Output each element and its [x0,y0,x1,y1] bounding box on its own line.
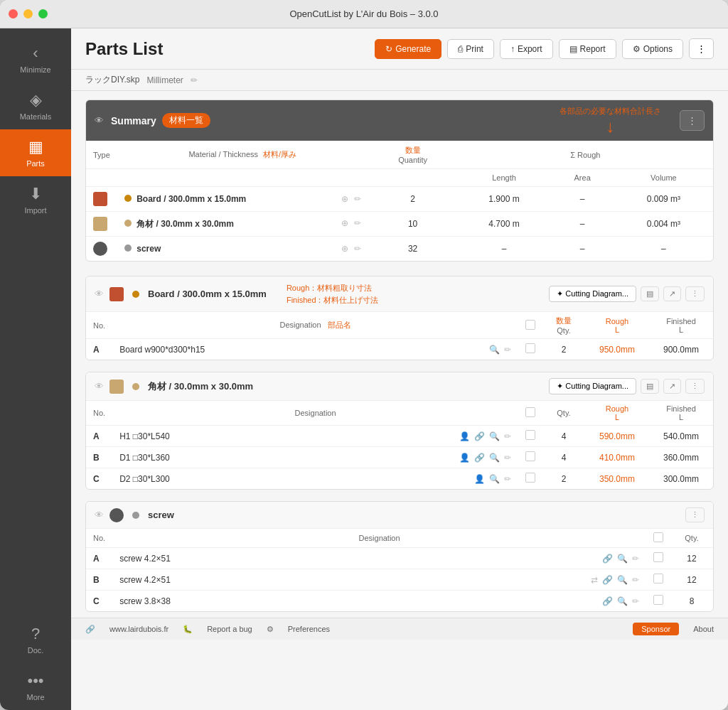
options-button[interactable]: ⚙ Options [622,39,683,59]
edit-icon-a-l[interactable]: ✏ [504,431,511,441]
material-name-cell-2: screw ⊕ ✏ [117,237,368,262]
generate-button[interactable]: ↻ Generate [375,39,441,59]
person-icon-a[interactable]: 👤 [459,431,470,441]
visibility-toggle-lumber[interactable]: 👁 [95,381,104,392]
th-qty-screw: Qty. [670,529,713,548]
more-options-button[interactable]: ⋮ [689,38,714,59]
link-icon-b[interactable]: 🔗 [474,453,485,463]
finished-a-lumber: 540.0mm [649,426,713,447]
person-icon-b[interactable]: 👤 [459,453,470,463]
sidebar-item-more[interactable]: ••• More [0,663,71,710]
export-button[interactable]: ↑ Export [500,39,553,59]
cutting-diagram-button-lumber[interactable]: ✦ Cutting Diagram... [549,378,636,394]
search-icon-screw-a[interactable]: 🔍 [617,554,628,564]
options-label: Options [643,44,673,54]
sidebar-label-more: More [26,693,44,701]
screw-more-button[interactable]: ⋮ [685,507,705,522]
checkbox-a-board[interactable] [518,339,542,360]
copy-icon-1[interactable]: ⊕ [341,218,348,228]
qty-b-screw: 12 [670,569,713,591]
search-icon-screw-c[interactable]: 🔍 [617,596,628,606]
edit-unit-icon[interactable]: ✏ [191,75,198,85]
search-icon-c-l[interactable]: 🔍 [489,474,500,484]
screw-row-a: A screw 4.2×51 🔗 🔍 ✏ 12 [86,548,713,569]
edit-icon-screw-a[interactable]: ✏ [632,554,639,564]
row-no-b-screw: B [86,569,112,591]
sidebar-label-minimize: Minimize [20,65,50,74]
sidebar-item-doc[interactable]: ? Doc. [0,616,71,663]
link-icon-screw-b[interactable]: 🔗 [602,575,613,585]
visibility-toggle-screw[interactable]: 👁 [95,510,104,520]
summary-table: Type Material / Thickness 材料/厚み 数量 Quant… [86,141,713,261]
board-view-button[interactable]: ▤ [641,286,659,301]
screw-row-c: C screw 3.8×38 🔗 🔍 ✏ 8 [86,591,713,612]
th-type: Type [86,141,117,169]
minimize-button[interactable] [23,9,33,18]
checkbox-a-screw[interactable] [646,548,670,569]
row-no-b-lumber: B [86,447,112,468]
edit-icon[interactable]: ✏ [354,194,361,204]
summary-more-button[interactable]: ⋮ [680,110,705,131]
checkbox-a-lumber[interactable] [518,426,542,447]
edit-icon-screw-c[interactable]: ✏ [632,596,639,606]
sidebar-item-minimize[interactable]: ‹ Minimize [0,36,71,82]
arrows-icon-screw-b[interactable]: ⇄ [591,575,598,585]
material-name-cell: Board / 300.0mm x 15.0mm ⊕ ✏ [117,187,368,212]
sidebar-item-import[interactable]: ⬇ Import [0,176,71,223]
summary-title: Summary [111,115,156,127]
link-icon-screw-c[interactable]: 🔗 [602,596,613,606]
lumber-view-button[interactable]: ▤ [641,379,659,394]
edit-icon-2[interactable]: ✏ [354,244,361,254]
print-button[interactable]: ⎙ Print [447,39,494,59]
screw-row-b: B screw 4.2×51 ⇄ 🔗 🔍 ✏ [86,569,713,591]
search-icon-screw-b[interactable]: 🔍 [617,575,628,585]
screw-section: 👁 screw ⋮ No. Designation Qty. [85,501,714,612]
preferences-link[interactable]: Preferences [288,625,330,633]
cutting-diagram-button-board[interactable]: ✦ Cutting Diagram... [549,286,636,302]
link-icon-screw-a[interactable]: 🔗 [602,554,613,564]
sidebar-item-materials[interactable]: ◈ Materials [0,82,71,129]
close-button[interactable] [9,9,18,18]
th-no-board: No. [86,312,112,339]
website-link[interactable]: www.lairdubois.fr [109,625,168,633]
edit-icon-screw-b[interactable]: ✏ [632,575,639,585]
link-icon-a[interactable]: 🔗 [474,431,485,441]
sidebar-item-parts[interactable]: ▦ Parts [0,129,71,176]
board-more-button[interactable]: ⋮ [685,286,705,301]
edit-icon-b-l[interactable]: ✏ [504,453,511,463]
th-designation-lumber: Designation [112,401,518,426]
search-icon-a-l[interactable]: 🔍 [489,431,500,441]
copy-icon[interactable]: ⊕ [341,194,348,204]
report-bug-link[interactable]: Report a bug [207,625,252,633]
checkbox-b-lumber[interactable] [518,447,542,468]
about-link[interactable]: About [693,625,714,633]
search-icon-b-l[interactable]: 🔍 [489,453,500,463]
checkbox-c-screw[interactable] [646,591,670,612]
material-name-cell-1: 角材 / 30.0mm x 30.0mm ⊕ ✏ [117,212,368,237]
rough-a-lumber: 590.0mm [585,426,649,447]
summary-section: 👁 Summary 材料一覧 各部品の必要な材料合計長さ ↓ ⋮ Type [85,99,714,262]
sponsor-button[interactable]: Sponsor [633,623,679,635]
report-button[interactable]: ▤ Report [559,39,616,59]
edit-icon-1[interactable]: ✏ [354,218,361,228]
search-icon-a[interactable]: 🔍 [489,345,500,355]
maximize-button[interactable] [38,9,48,18]
copy-icon-2[interactable]: ⊕ [341,244,348,254]
finished-b-lumber: 360.0mm [649,447,713,468]
th-qty-lumber: Qty. [542,401,585,426]
person-icon-c[interactable]: 👤 [474,474,485,484]
lumber-more-button[interactable]: ⋮ [685,379,705,394]
lumber-share-button[interactable]: ↗ [663,379,681,394]
checkbox-b-screw[interactable] [646,569,670,591]
visibility-toggle-summary[interactable]: 👁 [95,115,104,126]
link-icon-footer: 🔗 [85,625,95,634]
th-no-screw: No. [86,529,112,548]
summary-tab-pill[interactable]: 材料一覧 [162,113,210,128]
edit-icon-c-l[interactable]: ✏ [504,474,511,484]
board-share-button[interactable]: ↗ [663,286,681,301]
visibility-toggle-board[interactable]: 👁 [95,289,104,299]
qty-a-board: 2 [542,339,585,360]
parts-icon: ▦ [28,138,43,156]
checkbox-c-lumber[interactable] [518,468,542,490]
edit-icon-a[interactable]: ✏ [504,345,511,355]
